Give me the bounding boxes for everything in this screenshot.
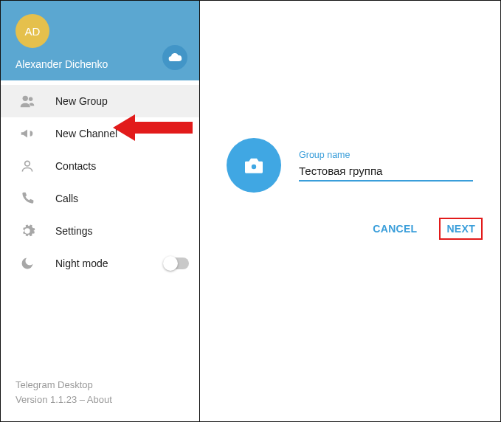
- toggle-knob: [163, 256, 178, 271]
- group-name-label: Group name: [299, 150, 473, 160]
- moon-icon: [18, 255, 36, 272]
- cloud-icon: [168, 50, 182, 65]
- menu-label: New Channel: [55, 128, 117, 139]
- menu-label: Calls: [55, 193, 78, 204]
- group-name-field: Group name: [299, 150, 473, 182]
- avatar[interactable]: AD: [15, 14, 49, 48]
- menu-label: Settings: [55, 225, 93, 237]
- menu-item-new-group[interactable]: New Group: [1, 85, 199, 117]
- username: Alexander Dichenko: [15, 58, 184, 70]
- main-pane: Group name CANCEL NEXT: [200, 1, 500, 421]
- svg-point-1: [29, 97, 33, 102]
- gear-icon: [18, 222, 36, 240]
- phone-icon: [18, 190, 36, 207]
- svg-point-4: [250, 163, 257, 170]
- menu-item-night-mode[interactable]: Night mode: [1, 247, 199, 280]
- group-photo-button[interactable]: [227, 138, 281, 193]
- sidebar: AD Alexander Dichenko New Group New: [1, 1, 200, 421]
- group-name-input[interactable]: [299, 163, 473, 182]
- megaphone-icon: [18, 125, 36, 142]
- svg-point-0: [23, 96, 28, 101]
- menu-list: New Group New Channel Contacts Calls: [1, 80, 199, 378]
- night-mode-toggle[interactable]: [164, 258, 189, 269]
- menu-item-contacts[interactable]: Contacts: [1, 150, 199, 182]
- menu-label: New Group: [55, 95, 108, 107]
- menu-item-new-channel[interactable]: New Channel: [1, 117, 199, 150]
- next-button[interactable]: NEXT: [439, 218, 483, 240]
- menu-label: Contacts: [55, 160, 96, 172]
- svg-point-2: [25, 161, 30, 166]
- menu-item-calls[interactable]: Calls: [1, 182, 199, 215]
- new-group-form: Group name: [227, 138, 473, 193]
- dialog-actions: CANCEL NEXT: [370, 218, 483, 240]
- avatar-initials: AD: [25, 25, 41, 38]
- camera-icon: [242, 153, 266, 177]
- person-icon: [18, 157, 36, 175]
- menu-item-settings[interactable]: Settings: [1, 215, 199, 247]
- cloud-button[interactable]: [162, 45, 187, 70]
- menu-label: Night mode: [55, 258, 108, 269]
- cancel-button[interactable]: CANCEL: [370, 218, 420, 239]
- group-icon: [18, 92, 36, 110]
- sidebar-header: AD Alexander Dichenko: [1, 1, 199, 80]
- app-name: Telegram Desktop: [15, 378, 184, 393]
- sidebar-footer: Telegram Desktop Version 1.1.23 – About: [1, 378, 199, 421]
- app-version[interactable]: Version 1.1.23 – About: [15, 393, 184, 407]
